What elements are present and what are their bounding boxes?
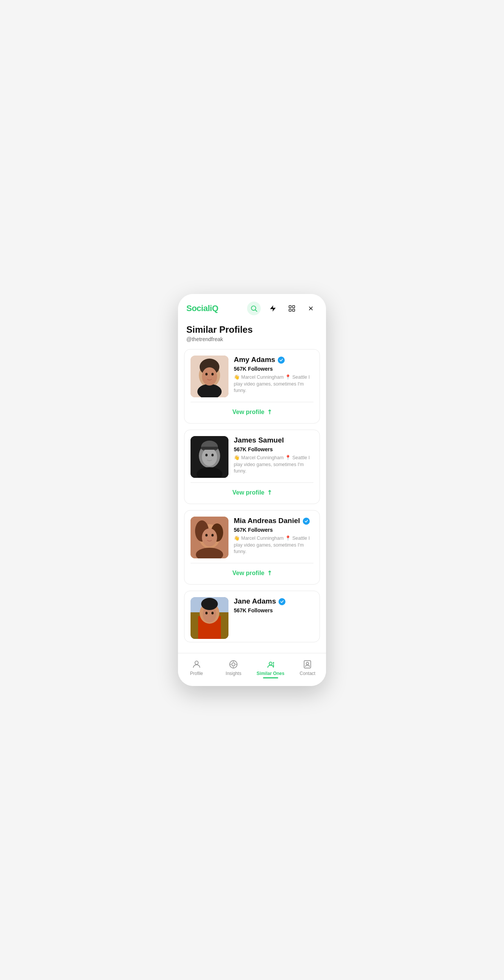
followers-count: 567K Followers [234,608,314,613]
grid-button[interactable] [285,302,299,315]
avatar-mia-andreas-daniel [190,517,228,558]
svg-point-42 [195,661,198,665]
bio-text: 👋 Marcel Cunningham 📍 Seattle I play vid… [234,455,314,475]
nav-label-insights: Insights [226,671,241,676]
svg-point-31 [211,534,214,537]
svg-point-39 [205,612,208,614]
svg-rect-3 [293,305,295,308]
card-info-james-samuel: James Samuel 567K Followers 👋 Marcel Cun… [234,436,314,474]
arrow-icon: ↗ [265,488,274,497]
close-button[interactable] [304,302,318,315]
card-top: Jane Adams 567K Followers [190,597,314,639]
svg-point-12 [202,368,217,385]
svg-rect-5 [293,309,295,311]
nav-label-contact: Contact [300,671,315,676]
nav-item-profile[interactable]: Profile [178,657,215,678]
header-icons [247,302,318,315]
svg-point-40 [211,612,214,614]
avatar-image [190,356,228,397]
insights-nav-icon [228,659,238,669]
profile-card-james-samuel[interactable]: James Samuel 567K Followers 👋 Marcel Cun… [184,430,320,504]
followers-count: 567K Followers [234,446,314,452]
page-subtitle: @thetrendfreak [186,336,318,342]
profile-name: Mia Andreas Daniel [234,517,300,525]
nav-item-similar-ones[interactable]: Similar Ones [252,657,289,678]
svg-point-30 [205,534,208,537]
view-profile-label: Vew profile [232,409,264,415]
card-divider [190,482,314,483]
bottom-nav: Profile Insights Similar Ones [178,653,326,686]
avatar-james-samuel [190,436,228,478]
profile-name: Amy Adams [234,356,275,364]
bolt-button[interactable] [266,302,280,315]
svg-point-20 [202,448,217,466]
card-top: Mia Andreas Daniel 567K Followers 👋 Marc… [190,517,314,558]
svg-point-13 [205,373,208,375]
svg-point-28 [202,528,217,547]
similar-ones-nav-icon [266,659,276,669]
avatar-image [190,597,228,639]
svg-rect-4 [289,309,292,311]
page-title-section: Similar Profiles @thetrendfreak [178,321,326,350]
view-profile-label: Vew profile [232,570,264,577]
phone-frame: SocialiQ [178,294,326,686]
card-top: Amy Adams 567K Followers 👋 Marcel Cunnin… [190,356,314,397]
svg-point-0 [251,306,256,310]
page-title: Similar Profiles [186,325,318,336]
card-divider [190,402,314,402]
name-row: Mia Andreas Daniel [234,517,314,525]
profile-list[interactable]: Amy Adams 567K Followers 👋 Marcel Cunnin… [178,349,326,653]
contact-nav-icon [303,659,312,669]
verified-badge-icon [303,517,310,525]
arrow-icon: ↗ [265,408,274,417]
svg-point-21 [205,454,208,457]
card-top: James Samuel 567K Followers 👋 Marcel Cun… [190,436,314,478]
nav-item-contact[interactable]: Contact [289,657,326,678]
card-info-mia-andreas-daniel: Mia Andreas Daniel 567K Followers 👋 Marc… [234,517,314,555]
nav-label-profile: Profile [190,671,203,676]
view-profile-button[interactable]: Vew profile ↗ [190,487,314,498]
svg-line-1 [255,310,257,312]
verified-badge-icon [277,356,285,364]
verified-badge-icon [278,598,286,606]
view-profile-button[interactable]: Vew profile ↗ [190,568,314,578]
profile-nav-icon [192,659,201,669]
view-profile-label: Vew profile [232,489,264,496]
svg-point-41 [279,598,285,605]
nav-label-similar-ones: Similar Ones [257,671,284,676]
search-button[interactable] [247,302,261,315]
svg-point-22 [211,454,214,457]
profile-name: Jane Adams [234,597,276,606]
card-info-jane-adams: Jane Adams 567K Followers [234,597,314,616]
avatar-jane-adams [190,597,228,639]
card-info-amy-adams: Amy Adams 567K Followers 👋 Marcel Cunnin… [234,356,314,394]
profile-name: James Samuel [234,436,284,445]
arrow-icon: ↗ [265,569,274,578]
svg-rect-2 [289,305,292,308]
profile-card-mia-andreas-daniel[interactable]: Mia Andreas Daniel 567K Followers 👋 Marc… [184,510,320,585]
view-profile-button[interactable]: Vew profile ↗ [190,407,314,417]
followers-count: 567K Followers [234,527,314,533]
svg-point-49 [269,662,272,665]
nav-item-insights[interactable]: Insights [215,657,252,678]
bolt-icon [269,305,277,312]
svg-point-43 [232,663,235,666]
app-logo: SocialiQ [186,304,218,313]
close-icon [307,305,314,312]
svg-point-51 [306,662,309,665]
svg-point-32 [303,518,309,525]
search-icon [250,305,258,312]
name-row: Jane Adams [234,597,314,606]
profile-card-amy-adams[interactable]: Amy Adams 567K Followers 👋 Marcel Cunnin… [184,349,320,423]
svg-rect-23 [201,447,218,450]
name-row: James Samuel [234,436,314,445]
bio-text: 👋 Marcel Cunningham 📍 Seattle I play vid… [234,535,314,555]
svg-point-15 [278,357,285,364]
name-row: Amy Adams [234,356,314,364]
avatar-image [190,517,228,558]
svg-point-38 [201,598,218,610]
profile-card-jane-adams[interactable]: Jane Adams 567K Followers [184,591,320,642]
grid-icon [288,305,296,312]
logo-text: Social [186,304,210,313]
bio-text: 👋 Marcel Cunningham 📍 Seattle I play vid… [234,374,314,394]
